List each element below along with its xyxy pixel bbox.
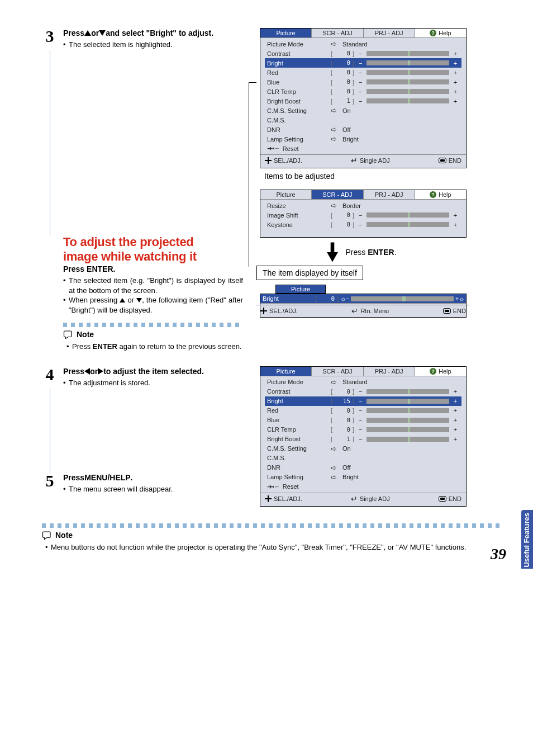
- bracket: ]: [353, 69, 354, 76]
- minus-icon: −: [356, 398, 364, 404]
- slider-bar[interactable]: [367, 60, 449, 65]
- minus-icon: −: [356, 212, 364, 219]
- picture-mode-label: Picture Mode: [267, 379, 329, 385]
- osd-option-row[interactable]: C.M.S.: [265, 115, 461, 125]
- osd-row[interactable]: Contrast [ 0 ] − +: [265, 49, 461, 58]
- slider-bar[interactable]: [367, 212, 449, 218]
- reset-label: Reset: [283, 483, 299, 490]
- bracket: [: [331, 88, 332, 95]
- row-value: On: [342, 445, 351, 452]
- text: MENU/HELP: [84, 472, 130, 483]
- press-enter-heading: Press ENTER.: [63, 264, 243, 273]
- osd-option-row[interactable]: Lamp Setting Bright: [265, 472, 461, 482]
- osd-row[interactable]: Bright Boost [ 1 ] − +: [265, 434, 461, 444]
- slider-bar[interactable]: [367, 408, 449, 413]
- tab-help[interactable]: ?Help: [415, 29, 466, 38]
- minus-icon: −: [356, 436, 364, 442]
- resize-label: Resize: [267, 202, 329, 209]
- plus-icon: +: [451, 98, 459, 105]
- text: .: [131, 472, 133, 483]
- osd-panel-2: Picture SCR - ADJ PRJ - ADJ ?Help Resize…: [260, 190, 467, 238]
- plus-icon: +: [451, 69, 459, 76]
- slider-bar[interactable]: [351, 296, 454, 301]
- tab-scr-adj[interactable]: SCR - ADJ: [312, 29, 363, 38]
- plus-icon: +☼: [456, 295, 464, 302]
- step-3-number: 3: [42, 28, 58, 45]
- note-label: Note: [77, 330, 94, 339]
- bracket: ]: [353, 88, 354, 95]
- text: ENTER: [368, 248, 394, 257]
- osd-option-row[interactable]: Lamp Setting Bright: [265, 134, 461, 144]
- row-value: 0: [335, 59, 350, 67]
- bracket: [: [331, 79, 332, 86]
- picture-mode-value: Standard: [342, 41, 368, 48]
- tab-picture[interactable]: Picture: [260, 29, 312, 38]
- osd-row[interactable]: Red [ 0 ] − +: [265, 68, 461, 77]
- arrow-right-icon: [331, 106, 340, 115]
- tab-picture[interactable]: Picture: [260, 367, 312, 376]
- slider-bar[interactable]: [367, 98, 449, 103]
- tab-prj-adj[interactable]: PRJ - ADJ: [364, 190, 415, 200]
- tab-prj-adj[interactable]: PRJ - ADJ: [364, 29, 415, 38]
- minus-icon: −: [356, 79, 364, 86]
- row-label: C.M.S. Setting: [267, 445, 329, 452]
- tab-picture[interactable]: Picture: [260, 190, 312, 200]
- nav-cross-icon: [265, 157, 272, 164]
- end-icon: [439, 496, 446, 502]
- slider-bar[interactable]: [367, 89, 449, 94]
- osd-option-row[interactable]: DNR Off: [265, 463, 461, 472]
- osd-row[interactable]: Image Shift [ 0 ] − +: [265, 210, 461, 220]
- osd-row[interactable]: CLR Temp [ 0 ] − +: [265, 425, 461, 434]
- osd-row[interactable]: Bright [ 0 ] − +: [265, 58, 461, 68]
- press-enter-callout: Press ENTER.: [345, 248, 396, 257]
- row-label: Bright: [267, 60, 329, 67]
- osd-option-row[interactable]: C.M.S. Setting On: [265, 444, 461, 453]
- end-icon: [439, 158, 446, 163]
- tab-help[interactable]: ?Help: [415, 190, 466, 200]
- bracket: ]: [353, 221, 354, 228]
- minus-icon: −: [356, 98, 364, 105]
- slider-bar[interactable]: [367, 437, 449, 442]
- osd-option-row[interactable]: C.M.S. Setting On: [265, 106, 461, 115]
- row-value: 0: [335, 69, 350, 76]
- reset-label: Reset: [283, 145, 299, 152]
- text: or: [125, 296, 136, 304]
- osd-row[interactable]: Bright Boost [ 1 ] − +: [265, 96, 461, 106]
- osd-row[interactable]: Blue [ 0 ] − +: [265, 77, 461, 87]
- slider-bar[interactable]: [367, 427, 449, 432]
- text: Press: [63, 28, 84, 39]
- arrow-right-icon: [331, 135, 340, 143]
- slider-bar[interactable]: [367, 51, 449, 56]
- slider-bar[interactable]: [367, 399, 449, 404]
- slider-bar[interactable]: [367, 222, 449, 227]
- osd-row[interactable]: CLR Temp [ 0 ] − +: [265, 87, 461, 96]
- row-value: 0: [335, 426, 350, 433]
- dashed-divider: [63, 323, 243, 327]
- dashed-divider: [42, 523, 499, 528]
- tab-help[interactable]: ?Help: [415, 367, 466, 376]
- arrow-right-icon: [331, 40, 340, 48]
- tab-prj-adj[interactable]: PRJ - ADJ: [364, 367, 415, 376]
- text: and select "Bright" to adjust.: [106, 28, 213, 39]
- text: ENTER: [87, 264, 113, 273]
- osd-option-row[interactable]: DNR Off: [265, 125, 461, 134]
- tab-scr-adj[interactable]: SCR - ADJ: [312, 190, 363, 200]
- osd-row[interactable]: Bright [ 15 ] − +: [265, 396, 461, 406]
- slider-bar[interactable]: [367, 418, 449, 423]
- slider-bar[interactable]: [367, 79, 449, 84]
- osd-row[interactable]: Keystone [ 0 ] − +: [265, 220, 461, 229]
- osd-row[interactable]: Blue [ 0 ] − +: [265, 415, 461, 425]
- minus-icon: −: [356, 417, 364, 423]
- arrow-right-icon: [331, 201, 340, 210]
- osd-row[interactable]: Contrast [ 0 ] − +: [265, 387, 461, 396]
- row-value: 0: [335, 417, 350, 424]
- picture-mode-label: Picture Mode: [267, 41, 329, 48]
- lead-line: [249, 82, 256, 83]
- osd-option-row[interactable]: C.M.S.: [265, 453, 461, 463]
- slider-bar[interactable]: [367, 389, 449, 394]
- tab-scr-adj[interactable]: SCR - ADJ: [312, 367, 363, 376]
- down-arrow-icon: [326, 242, 339, 262]
- osd-row[interactable]: Red [ 0 ] − +: [265, 406, 461, 415]
- bracket: ]: [353, 388, 354, 395]
- slider-bar[interactable]: [367, 70, 449, 75]
